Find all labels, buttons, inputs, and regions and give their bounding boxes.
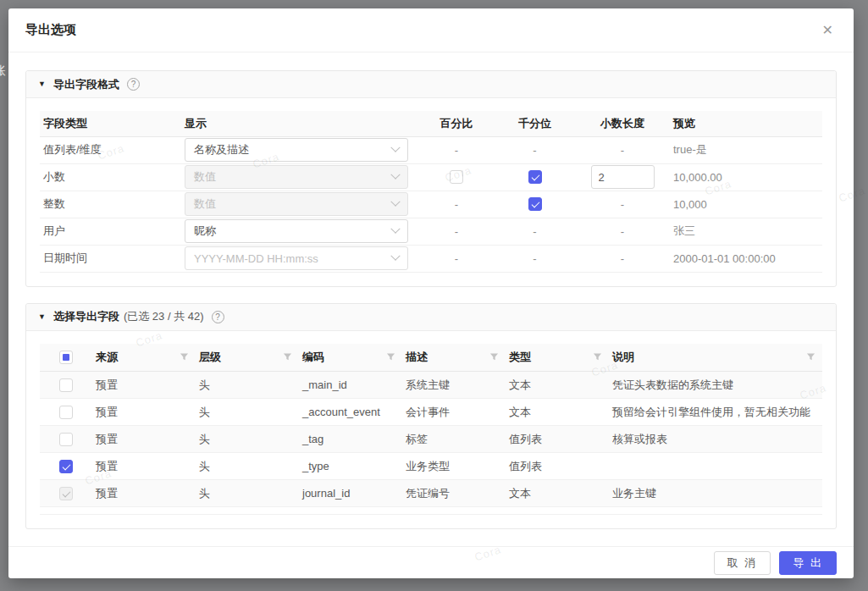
display-select-user[interactable]: 昵称 bbox=[185, 219, 408, 243]
field-type-label: 用户 bbox=[40, 218, 181, 245]
format-table: 字段类型 显示 百分比 千分位 小数长度 预览 值列表/维度 名称及描述 - bbox=[40, 111, 822, 273]
field-row-tag: 预置 头 _tag 标签 值列表 核算或报表 bbox=[40, 426, 822, 453]
collapse-arrow-icon[interactable]: ▼ bbox=[38, 313, 46, 321]
help-icon[interactable]: ? bbox=[127, 78, 140, 91]
filter-icon[interactable] bbox=[806, 352, 815, 362]
dialog-title: 导出选项 bbox=[25, 22, 76, 38]
col-field-type: 字段类型 bbox=[40, 111, 181, 136]
field-row-account-event: 预置 头 _account_event 会计事件 文本 预留给会计引擎组件使用，… bbox=[40, 399, 822, 426]
background-page-tab: 账 bbox=[0, 60, 8, 80]
field-row-type: 预置 头 _type 业务类型 值列表 bbox=[40, 453, 822, 480]
filter-icon[interactable] bbox=[283, 352, 292, 362]
format-row-user: 用户 昵称 - - - 张三 bbox=[40, 218, 822, 245]
col-type: 类型 bbox=[509, 350, 531, 365]
thousand-checkbox[interactable] bbox=[528, 197, 542, 211]
chevron-down-icon bbox=[390, 224, 400, 234]
cancel-button[interactable]: 取 消 bbox=[714, 551, 771, 575]
format-panel-title: 导出字段格式 bbox=[53, 77, 119, 92]
display-select-datetime: YYYY-MM-DD HH:mm:ss bbox=[185, 246, 408, 270]
preview-value: 张三 bbox=[673, 224, 695, 237]
chevron-down-icon bbox=[390, 170, 400, 180]
fields-table: 来源 层级 编码 描述 类型 说明 预置 头 _m bbox=[40, 344, 822, 516]
format-panel: ▼ 导出字段格式 ? 字段类型 显示 百分比 千分位 bbox=[25, 70, 837, 287]
col-description: 描述 bbox=[406, 350, 428, 365]
decimal-length-input[interactable] bbox=[591, 165, 655, 189]
format-panel-header[interactable]: ▼ 导出字段格式 ? bbox=[26, 71, 836, 98]
export-button[interactable]: 导 出 bbox=[779, 551, 837, 575]
display-select-decimal: 数值 bbox=[185, 165, 408, 189]
format-row-integer: 整数 数值 - - 10,000 bbox=[40, 191, 822, 218]
row-checkbox[interactable] bbox=[59, 460, 73, 473]
display-select-valuelist[interactable]: 名称及描述 bbox=[185, 138, 408, 162]
col-code: 编码 bbox=[302, 350, 324, 365]
field-type-label: 整数 bbox=[40, 191, 181, 218]
col-percent: 百分比 bbox=[418, 111, 495, 136]
col-decimal-length: 小数长度 bbox=[575, 111, 670, 136]
row-checkbox bbox=[59, 487, 73, 500]
preview-value: true-是 bbox=[673, 143, 707, 156]
percent-checkbox[interactable] bbox=[450, 170, 463, 184]
filter-icon[interactable] bbox=[593, 352, 602, 362]
format-panel-body: 字段类型 显示 百分比 千分位 小数长度 预览 值列表/维度 名称及描述 - bbox=[26, 98, 836, 286]
fields-table-header-row: 来源 层级 编码 描述 类型 说明 bbox=[40, 344, 822, 372]
preview-value: 10,000 bbox=[673, 198, 707, 211]
fields-panel-title: 选择导出字段 bbox=[53, 309, 119, 324]
format-row-valuelist: 值列表/维度 名称及描述 - - - true-是 bbox=[40, 136, 822, 163]
display-select-integer: 数值 bbox=[185, 192, 408, 216]
field-row-journal-id: 预置 头 journal_id 凭证编号 文本 业务主键 bbox=[40, 480, 822, 507]
field-type-label: 日期时间 bbox=[40, 245, 181, 272]
close-icon[interactable]: ✕ bbox=[819, 20, 837, 41]
row-checkbox[interactable] bbox=[59, 378, 73, 392]
filter-icon[interactable] bbox=[386, 352, 395, 362]
filter-icon[interactable] bbox=[180, 352, 189, 362]
partial-next-row bbox=[40, 507, 822, 515]
format-row-datetime: 日期时间 YYYY-MM-DD HH:mm:ss - - - 2000-01-0… bbox=[40, 245, 822, 272]
col-note: 说明 bbox=[612, 350, 634, 365]
chevron-down-icon bbox=[390, 143, 400, 152]
col-source: 来源 bbox=[96, 350, 118, 365]
dialog-footer: 取 消 导 出 bbox=[8, 546, 854, 578]
preview-value: 10,000.00 bbox=[673, 171, 722, 184]
field-type-label: 小数 bbox=[40, 163, 181, 191]
export-options-dialog: 导出选项 ✕ ▼ 导出字段格式 ? 字段类型 bbox=[8, 8, 854, 578]
chevron-down-icon bbox=[390, 251, 400, 261]
field-row-main-id: 预置 头 _main_id 系统主键 文本 凭证头表数据的系统主键 bbox=[40, 372, 822, 399]
format-table-header-row: 字段类型 显示 百分比 千分位 小数长度 预览 bbox=[40, 111, 822, 136]
preview-value: 2000-01-01 00:00:00 bbox=[673, 252, 776, 265]
field-type-label: 值列表/维度 bbox=[40, 136, 181, 163]
row-checkbox[interactable] bbox=[59, 406, 73, 419]
dialog-body: ▼ 导出字段格式 ? 字段类型 显示 百分比 千分位 bbox=[8, 52, 854, 546]
fields-panel: ▼ 选择导出字段 (已选 23 / 共 42) ? 来源 层级 bbox=[25, 303, 837, 530]
fields-panel-header[interactable]: ▼ 选择导出字段 (已选 23 / 共 42) ? bbox=[26, 304, 836, 331]
select-all-checkbox[interactable] bbox=[59, 351, 73, 364]
col-preview: 预览 bbox=[670, 111, 822, 136]
col-display: 显示 bbox=[181, 111, 418, 136]
help-icon[interactable]: ? bbox=[212, 311, 224, 323]
collapse-arrow-icon[interactable]: ▼ bbox=[38, 80, 46, 88]
fields-panel-body: 来源 层级 编码 描述 类型 说明 预置 头 _m bbox=[26, 331, 836, 529]
col-thousand: 千分位 bbox=[495, 111, 575, 136]
selected-count: (已选 23 / 共 42) bbox=[124, 309, 204, 324]
col-level: 层级 bbox=[199, 350, 221, 365]
format-row-decimal: 小数 数值 10,000.00 bbox=[40, 163, 822, 191]
dialog-header: 导出选项 ✕ bbox=[8, 8, 854, 52]
thousand-checkbox[interactable] bbox=[528, 170, 542, 184]
filter-icon[interactable] bbox=[489, 352, 499, 362]
chevron-down-icon bbox=[390, 197, 400, 207]
row-checkbox[interactable] bbox=[59, 433, 73, 446]
